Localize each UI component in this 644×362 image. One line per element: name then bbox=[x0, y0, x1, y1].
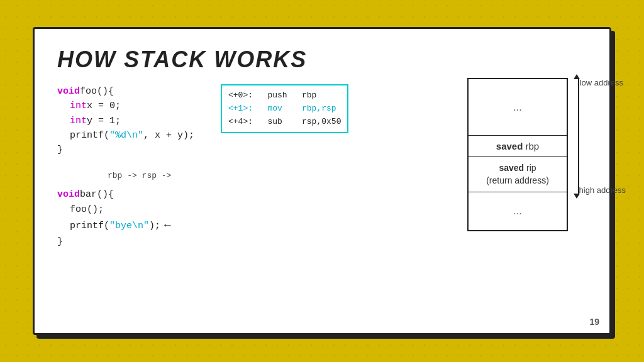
code-text: bar(){ bbox=[80, 187, 114, 202]
stack-wrapper: ... saved rbp saved rip (return address)… bbox=[467, 78, 568, 231]
asm-line: <+1>: mov rbp,rsp bbox=[228, 102, 341, 116]
code-block-foo: void foo(){ int x = 0; int y = 1; printf… bbox=[57, 84, 448, 157]
code-text: foo(){ bbox=[80, 84, 114, 99]
string-literal: "bye\n" bbox=[109, 219, 149, 233]
code-line: } bbox=[57, 143, 448, 157]
string-literal: "%d\n" bbox=[109, 128, 143, 143]
left-arrow-icon: ← bbox=[164, 217, 171, 234]
code-section: void foo(){ int x = 0; int y = 1; printf… bbox=[57, 84, 448, 317]
cell-label-normal: rbp bbox=[526, 141, 540, 151]
keyword: int bbox=[70, 114, 87, 128]
high-address-label: high address bbox=[579, 185, 626, 195]
asm-line: <+0>: push rbp bbox=[228, 89, 341, 102]
slide-title: HOW STACK WORKS bbox=[57, 47, 587, 73]
stack-cell-bottom-empty: ... bbox=[469, 192, 567, 230]
assembly-box: <+0>: push rbp <+1>: mov rbp,rsp <+4>: s… bbox=[221, 84, 348, 133]
stack-diagram: ... saved rbp saved rip (return address)… bbox=[467, 78, 568, 231]
cell-label-bold: saved bbox=[496, 141, 523, 151]
slide-number: 19 bbox=[589, 317, 599, 327]
code-text: , x + y); bbox=[143, 128, 194, 143]
stack-cell-saved-rbp: saved rbp bbox=[469, 136, 567, 157]
code-text: y = 1; bbox=[87, 114, 121, 128]
slide: HOW STACK WORKS void foo(){ int x = 0; i… bbox=[33, 27, 611, 335]
return-address-label: (return address) bbox=[486, 175, 549, 185]
code-text: printf( bbox=[70, 128, 109, 143]
stack-cell-saved-rip: saved rip (return address) bbox=[469, 157, 567, 192]
asm-line: <+4>: sub rsp,0x50 bbox=[228, 116, 341, 129]
code-block-bar: void bar(){ foo(); printf("bye\n"); ← } bbox=[57, 187, 448, 249]
asm-highlight: <+1>: mov rbp,rsp bbox=[228, 104, 336, 113]
code-text: ); bbox=[149, 219, 160, 233]
keyword: void bbox=[57, 187, 80, 202]
code-text: } bbox=[57, 234, 63, 249]
content-area: void foo(){ int x = 0; int y = 1; printf… bbox=[57, 84, 587, 317]
code-line: } bbox=[57, 234, 448, 249]
asm-offset: <+4>: sub rsp,0x50 bbox=[228, 117, 341, 126]
stack-cell-top-empty: ... bbox=[469, 79, 567, 136]
stack-area: ... saved rbp saved rip (return address)… bbox=[448, 78, 587, 317]
code-text: } bbox=[57, 143, 63, 157]
code-text: foo(); bbox=[70, 202, 104, 217]
code-line: printf("bye\n"); ← bbox=[57, 217, 448, 234]
code-line: void bar(){ bbox=[57, 187, 448, 202]
rbp-arrow-label: rbp -> rsp -> bbox=[108, 170, 448, 182]
code-text: printf( bbox=[70, 219, 109, 233]
cell-label-normal: rip bbox=[526, 163, 536, 173]
keyword: void bbox=[57, 84, 80, 99]
addr-line bbox=[578, 78, 579, 195]
keyword: int bbox=[70, 99, 87, 113]
low-address-label: low address bbox=[580, 78, 623, 87]
code-text: x = 0; bbox=[87, 99, 121, 113]
code-line: foo(); bbox=[57, 202, 448, 217]
cell-label-bold: saved bbox=[499, 163, 524, 173]
asm-offset: <+0>: push rbp bbox=[228, 90, 316, 100]
